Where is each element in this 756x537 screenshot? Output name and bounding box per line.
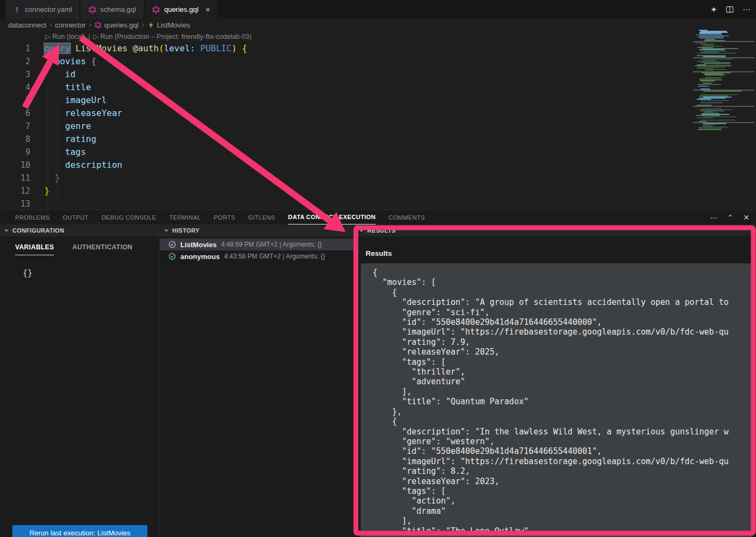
editor-tab-queries-gql[interactable]: queries.gql× — [145, 0, 218, 19]
codelens-separator: | — [89, 33, 90, 40]
minimap-line — [693, 41, 754, 42]
rerun-last-execution-button[interactable]: Rerun last execution: ListMovies — [12, 525, 147, 537]
minimap-line — [701, 100, 729, 101]
results-header[interactable]: RESULTS — [355, 225, 756, 236]
codelens-run-local[interactable]: ▷ Run (local) — [45, 32, 85, 40]
code-line-1: 1query ListMovies @auth(level: PUBLIC) { — [0, 42, 756, 55]
editor-tab-connector-yaml[interactable]: !connector.yaml — [5, 0, 79, 19]
results-json-view[interactable]: { "movies": [ { "description": "A group … — [361, 263, 752, 537]
breadcrumb-separator: › — [89, 21, 91, 29]
minimap-line — [697, 67, 725, 68]
code-line-3: 3 id — [0, 68, 756, 81]
configuration-tabs: VARIABLESAUTHENTICATION — [0, 243, 159, 255]
results-line: "genre": "western", — [373, 437, 752, 446]
code-text: rating — [44, 133, 96, 146]
minimap-line — [695, 65, 732, 66]
minimap-line — [704, 51, 727, 52]
minimap-line — [703, 91, 741, 92]
minimap-line — [703, 60, 716, 61]
tab-close-icon[interactable]: × — [206, 5, 211, 13]
minimap-line — [697, 68, 713, 69]
panel-close-icon[interactable]: ✕ — [743, 213, 750, 222]
panel-tab-problems[interactable]: PROBLEMS — [15, 210, 50, 225]
config-tab-variables[interactable]: VARIABLES — [15, 243, 54, 255]
minimap-line — [701, 52, 720, 53]
panel-tab-comments[interactable]: COMMENTS — [389, 210, 425, 225]
graphql-icon — [94, 22, 102, 29]
panel-tab-debug-console[interactable]: DEBUG CONSOLE — [102, 210, 156, 225]
panel-more-actions-icon[interactable]: ⋯ — [710, 213, 718, 222]
history-row-name: ListMovies — [180, 241, 217, 249]
code-editor[interactable]: ▷ Run (local) | ▷ Run (Production – Proj… — [0, 31, 756, 209]
editor-tab-label: connector.yaml — [25, 5, 72, 13]
split-editor-icon[interactable] — [726, 5, 734, 13]
minimap-line — [703, 117, 737, 118]
chevron-down-icon — [163, 227, 170, 234]
code-line-10: 10 description — [0, 159, 756, 172]
minimap-line — [695, 43, 706, 44]
code-text: releaseYear — [44, 107, 123, 120]
yaml-warning-icon: ! — [13, 5, 21, 13]
minimap-line — [703, 123, 726, 124]
results-line: "title": "The Lone Outlaw" — [373, 526, 752, 536]
breadcrumb-item-queries-gql[interactable]: queries.gql — [94, 21, 139, 29]
breadcrumb-label: connector — [55, 21, 86, 29]
results-line: }, — [373, 407, 752, 417]
history-row-meta: 4:48:59 PM GMT+2 | Arguments: {} — [221, 241, 322, 248]
check-circle-icon — [168, 241, 176, 248]
results-section: RESULTS Results { "movies": [ { "descrip… — [355, 225, 756, 537]
graphql-icon — [88, 5, 96, 13]
minimap-line — [693, 101, 754, 103]
results-line: "releaseYear": 2023, — [373, 477, 752, 486]
panel-tab-gitlens[interactable]: GITLENS — [248, 210, 275, 225]
more-actions-icon[interactable]: ⋯ — [742, 5, 751, 15]
configuration-header[interactable]: CONFIGURATION — [0, 225, 159, 236]
codelens-run-production[interactable]: ▷ Run (Production – Project: friendly-fl… — [93, 32, 252, 40]
panel-tab-ports[interactable]: PORTS — [214, 210, 235, 225]
window-actions: ✦ ⋯ — [710, 0, 751, 19]
line-number: 10 — [0, 159, 30, 172]
results-header-label: RESULTS — [367, 227, 396, 234]
config-tab-authentication[interactable]: AUTHENTICATION — [72, 243, 132, 255]
variables-value[interactable]: {} — [23, 268, 159, 278]
indent-guide — [48, 86, 48, 215]
minimap-line — [697, 118, 712, 119]
breadcrumb-item-dataconnect[interactable]: dataconnect — [8, 21, 46, 29]
results-line: "imageUrl": "https://firebasestorage.goo… — [373, 457, 752, 466]
panel-maximize-icon[interactable]: ⌃ — [727, 213, 734, 222]
minimap-line — [703, 126, 712, 127]
results-line: "genre": "sci-fi", — [373, 308, 752, 317]
history-row-ListMovies[interactable]: ListMovies4:48:59 PM GMT+2 | Arguments: … — [160, 239, 355, 250]
panel-tab-data-connect-execution[interactable]: DATA CONNECT EXECUTION — [288, 210, 376, 225]
minimap-line — [700, 59, 733, 60]
results-heading: Results — [366, 249, 756, 257]
operation-icon — [147, 22, 154, 29]
line-number: 5 — [0, 94, 30, 107]
minimap-line — [696, 115, 720, 116]
breadcrumb: dataconnect›connector›queries.gql›ListMo… — [0, 19, 756, 31]
panel-tab-terminal[interactable]: TERMINAL — [169, 210, 201, 225]
breadcrumb-item-ListMovies[interactable]: ListMovies — [147, 21, 190, 29]
results-line: "rating": 8.2, — [373, 466, 752, 476]
editor-tab-label: queries.gql — [164, 5, 199, 13]
results-line: "rating": 7.9, — [373, 337, 752, 347]
breadcrumb-item-connector[interactable]: connector — [55, 21, 86, 29]
editor-tab-schema-gql[interactable]: schema.gql — [80, 0, 143, 19]
minimap-line — [703, 125, 715, 126]
results-line: "thriller", — [373, 367, 752, 377]
code-line-5: 5 imageUrl — [0, 94, 756, 107]
minimap-line — [703, 83, 713, 84]
minimap[interactable] — [693, 30, 754, 130]
breadcrumb-separator: › — [50, 21, 52, 29]
history-header[interactable]: HISTORY — [160, 225, 355, 236]
panel-tab-output[interactable]: OUTPUT — [63, 210, 89, 225]
line-number: 1 — [0, 42, 30, 55]
minimap-line — [697, 99, 712, 100]
history-row-name: anonymous — [180, 253, 220, 261]
results-line: { — [373, 417, 752, 426]
code-text: genre — [44, 120, 91, 133]
minimap-line — [705, 74, 725, 76]
line-number: 8 — [0, 133, 30, 146]
sparkle-icon[interactable]: ✦ — [710, 5, 717, 15]
history-row-anonymous[interactable]: anonymous4:43:58 PM GMT+2 | Arguments: {… — [160, 250, 355, 262]
